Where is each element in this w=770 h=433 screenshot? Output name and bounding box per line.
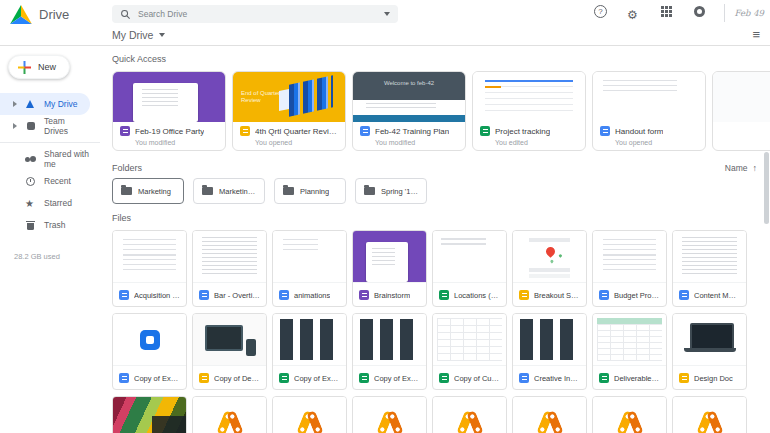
sidebar-item-icon (25, 176, 36, 187)
file-thumbnail (593, 231, 666, 283)
file-card[interactable] (352, 396, 427, 433)
file-name: Creative Insight... (534, 374, 580, 383)
file-type-icon (359, 373, 369, 383)
file-thumbnail: End of Quarter Review (233, 72, 345, 122)
file-card[interactable]: Acquisition prop... (112, 230, 187, 307)
file-card[interactable]: Design Doc (672, 313, 747, 390)
quick-access-card[interactable] (712, 71, 770, 151)
sidebar-divider (0, 142, 100, 143)
file-type-icon (199, 290, 209, 300)
file-card[interactable]: Copy of Custom... (432, 313, 507, 390)
files-grid-row-1: Acquisition prop... Bar - Overtimes... a… (112, 230, 770, 307)
apps-grid-icon[interactable] (660, 5, 673, 18)
file-card[interactable]: Bar - Overtimes... (192, 230, 267, 307)
file-card[interactable] (592, 396, 667, 433)
file-thumbnail: Welcome to feb-42 (353, 72, 465, 122)
storage-usage: 28.2 GB used (0, 252, 100, 261)
sidebar-item[interactable]: Team Drives (0, 115, 90, 137)
file-card[interactable]: Copy of Explore... (352, 313, 427, 390)
file-card[interactable] (112, 396, 187, 433)
file-card[interactable]: Budget Proposal... (592, 230, 667, 307)
drive-brand[interactable]: Drive (10, 5, 69, 24)
file-card[interactable]: Locations (Rea... (432, 230, 507, 307)
quick-access-card[interactable]: End of Quarter Review 4th Qrtl Quarter R… (232, 71, 346, 151)
search-input[interactable]: Search Drive (112, 5, 398, 23)
settings-gear-icon[interactable] (627, 5, 640, 18)
vertical-scrollbar[interactable] (764, 152, 769, 224)
file-type-icon (359, 290, 369, 300)
sidebar-item[interactable]: Shared with me (0, 148, 90, 170)
file-card[interactable]: Breakout Sessio... (512, 230, 587, 307)
file-name: Content Market... (694, 291, 740, 300)
sidebar-item[interactable]: Starred (0, 192, 90, 214)
file-card[interactable]: Deliverables GD (592, 313, 667, 390)
quick-access-row: Feb-19 Office Party You modified End of … (112, 71, 770, 151)
folder-icon (202, 187, 213, 195)
quick-access-card[interactable]: Welcome to feb-42 Feb-42 Training Plan Y… (352, 71, 466, 151)
sort-control[interactable]: Name (725, 163, 757, 173)
help-icon[interactable] (594, 5, 607, 18)
file-label: Budget Proposal... (593, 283, 666, 307)
expand-caret-icon[interactable] (13, 123, 17, 129)
folder-chip[interactable]: Marketing Plans (193, 178, 265, 204)
file-card[interactable] (272, 396, 347, 433)
file-title: Handout form (615, 127, 663, 136)
file-thumbnail (673, 397, 746, 433)
quick-access-card[interactable]: Handout form You opened (592, 71, 706, 151)
file-activity: You opened (615, 139, 698, 146)
file-thumbnail (673, 314, 746, 366)
sidebar-item-icon (25, 99, 36, 110)
folder-chip[interactable]: Planning (274, 178, 346, 204)
file-card[interactable]: animations (272, 230, 347, 307)
sidebar-item[interactable]: My Drive (0, 93, 90, 115)
file-title: 4th Qrtl Quarter Review (255, 127, 338, 136)
file-label: Acquisition prop... (113, 283, 186, 307)
account-avatar[interactable] (693, 5, 706, 18)
folder-chip[interactable]: Marketing (112, 178, 184, 204)
my-drive-breadcrumb[interactable]: My Drive (112, 29, 165, 41)
file-title: Feb-42 Training Plan (375, 127, 449, 136)
file-card[interactable]: Copy of Example... (112, 313, 187, 390)
folder-chip[interactable]: Spring '18 ove... (355, 178, 427, 204)
file-activity: You modified (135, 139, 218, 146)
quick-access-card[interactable]: Feb-19 Office Party You modified (112, 71, 226, 151)
file-thumbnail (713, 72, 770, 122)
file-card[interactable]: Copy of Design ... (192, 313, 267, 390)
file-card[interactable] (512, 396, 587, 433)
file-name: Design Doc (694, 374, 733, 383)
file-thumbnail (673, 231, 746, 283)
sidebar-item-icon (25, 154, 36, 165)
file-label: Locations (Rea... (433, 283, 506, 307)
file-card[interactable]: Brainstorm (352, 230, 427, 307)
file-thumbnail (473, 72, 585, 122)
files-grid-row-3 (112, 396, 770, 433)
file-label: Copy of Example... (113, 366, 186, 390)
file-card[interactable]: Copy of Explore... (272, 313, 347, 390)
file-card[interactable]: Content Market... (672, 230, 747, 307)
new-button[interactable]: New (8, 55, 70, 79)
file-card[interactable]: Creative Insight... (512, 313, 587, 390)
file-type-icon (119, 373, 129, 383)
file-type-icon (360, 126, 370, 136)
sidebar-item-label: Team Drives (44, 116, 90, 136)
sidebar-item[interactable]: Trash (0, 214, 90, 236)
search-options-caret-icon[interactable] (384, 12, 390, 16)
file-card[interactable] (432, 396, 507, 433)
file-label: Brainstorm (353, 283, 426, 307)
file-card[interactable] (192, 396, 267, 433)
file-name: Breakout Sessio... (534, 291, 580, 300)
list-view-toggle-icon[interactable] (752, 28, 760, 42)
file-type-icon (439, 373, 449, 383)
file-thumbnail (113, 314, 186, 366)
file-thumbnail (273, 397, 346, 433)
expand-caret-icon[interactable] (13, 101, 17, 107)
quick-access-card[interactable]: Project tracking You edited (472, 71, 586, 151)
sidebar-item-label: Shared with me (44, 149, 90, 169)
folder-name: Marketing Plans (219, 187, 256, 196)
sidebar-item[interactable]: Recent (0, 170, 90, 192)
file-label: Copy of Explore... (353, 366, 426, 390)
file-name: Deliverables GD (614, 374, 660, 383)
file-activity: You modified (375, 139, 458, 146)
file-thumbnail (513, 231, 586, 283)
file-card[interactable] (672, 396, 747, 433)
